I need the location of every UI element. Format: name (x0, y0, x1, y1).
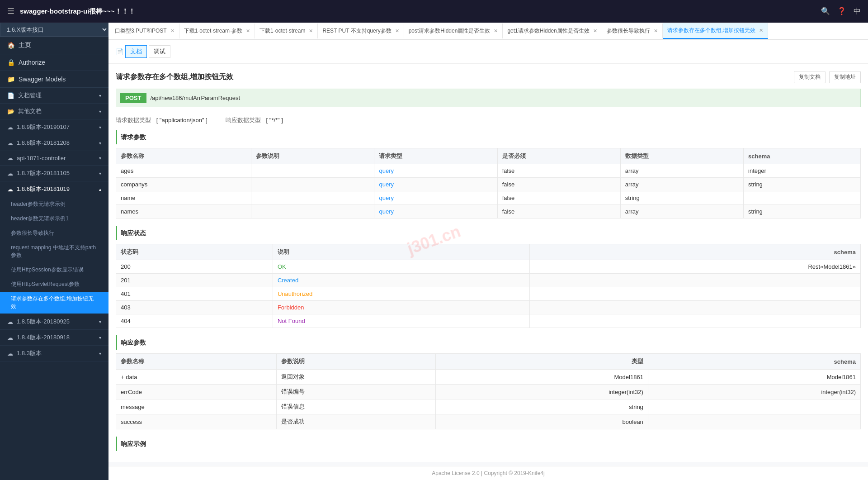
sidebar-group-doc-mgmt[interactable]: 📄 文档管理 ▾ (0, 88, 108, 104)
cloud-icon-5: ☁ (7, 186, 13, 193)
tab-octet-param-close[interactable]: ✕ (246, 28, 250, 34)
lang-icon[interactable]: 中 (854, 7, 861, 16)
tab-octet-close[interactable]: ✕ (309, 28, 313, 34)
param-req-type[interactable]: query (374, 164, 497, 178)
method-badge: POST (120, 93, 146, 103)
table-row: 404 Not Found (116, 314, 861, 328)
tab-mul-arr-close[interactable]: ✕ (759, 28, 763, 33)
sidebar-group-v188[interactable]: ☁ 1.8.8版本-20181208 ▾ (0, 135, 108, 151)
table-row: message 错误信息 string (116, 399, 861, 414)
sidebar-group-v184[interactable]: ☁ 1.8.4版本-20180918 ▾ (0, 330, 108, 346)
help-icon[interactable]: ❓ (837, 7, 846, 16)
param-req-type[interactable]: query (374, 178, 497, 191)
doc-tab-doc[interactable]: 文档 (125, 45, 147, 58)
search-icon[interactable]: 🔍 (821, 7, 830, 16)
meta-row: 请求数据类型 [ "application/json" ] 响应数据类型 [ "… (116, 113, 861, 130)
group-v183-label: 1.8.3版本 (17, 349, 42, 357)
req-params-section-title: 请求参数 (116, 130, 861, 144)
resp-param-name: + data (116, 370, 277, 385)
sidebar-item-authorize[interactable]: 🔒 Authorize (0, 54, 108, 71)
group-v189-label: 1.8.9版本-20190107 (17, 123, 70, 131)
table-row: errCode 错误编号 integer(int32) integer(int3… (116, 385, 861, 399)
sidebar-group-api1871[interactable]: ☁ api-1871-controller ▾ (0, 151, 108, 166)
tab-long-param-close[interactable]: ✕ (654, 28, 658, 34)
resp-param-type: integer(int32) (435, 385, 648, 399)
copy-doc-button[interactable]: 复制文档 (794, 71, 826, 83)
resp-type-label: 响应数据类型 (226, 117, 261, 124)
tab-post-hidden-close[interactable]: ✕ (494, 28, 498, 34)
sidebar-group-v189[interactable]: ☁ 1.8.9版本-20190107 ▾ (0, 119, 108, 135)
footer-text: Apache License 2.0 | Copyright © 2019-Kn… (432, 470, 544, 476)
sidebar-sub-path-param[interactable]: request mapping 中地址不支持path参数 (0, 241, 108, 263)
chevron-down-icon: ▾ (99, 93, 101, 98)
tab-rest-put[interactable]: REST PUT 不支持query参数 ✕ (318, 24, 404, 38)
param-desc (251, 164, 374, 178)
tab-get1-hidden-close[interactable]: ✕ (593, 28, 597, 34)
home-icon: 🏠 (7, 42, 15, 49)
chevron-up-icon: ▴ (99, 187, 101, 192)
sidebar-group-v183[interactable]: ☁ 1.8.3版本 ▾ (0, 346, 108, 361)
th-status-desc: 说明 (273, 244, 530, 260)
doc-mgmt-icon: 📄 (7, 92, 14, 99)
sidebar-group-v185[interactable]: ☁ 1.8.5版本-20180925 ▾ (0, 314, 108, 330)
status-code: 200 (116, 260, 273, 274)
tab-put-post[interactable]: 口类型3.PUT和POST ✕ (110, 24, 179, 38)
copy-addr-button[interactable]: 复制地址 (829, 71, 861, 83)
resp-param-desc: 错误编号 (277, 385, 436, 399)
resp-param-type: string (435, 399, 648, 414)
table-row: 201 Created (116, 274, 861, 287)
resp-status-section-title: 响应状态 (116, 226, 861, 240)
param-req-type[interactable]: query (374, 205, 497, 219)
doc-mgmt-label: 文档管理 (18, 91, 42, 100)
param-schema: string (744, 178, 861, 191)
sidebar-group-v186[interactable]: ☁ 1.8.6版本-20181019 ▴ (0, 181, 108, 197)
resp-example-section-title: 响应示例 (116, 437, 861, 451)
sidebar-group-v187[interactable]: ☁ 1.8.7版本-20181105 ▾ (0, 166, 108, 181)
group-api1871-label: api-1871-controller (17, 155, 66, 162)
method-url: /api/new186/mulArrParamRequest (150, 95, 240, 101)
sidebar-sub-header-param[interactable]: header参数无请求示例 (0, 197, 108, 212)
resp-param-type: boolean (435, 414, 648, 429)
doc-tab-debug[interactable]: 调试 (149, 45, 170, 58)
sidebar-sub-header-param1[interactable]: header参数无请求示例1 (0, 212, 108, 226)
table-row: success 是否成功 boolean (116, 414, 861, 429)
sidebar-item-home[interactable]: 🏠 主页 (0, 37, 108, 54)
topbar: ☰ swagger-bootstrap-ui很棒~~~！！！ 🔍 ❓ 中 (0, 0, 868, 23)
th-required: 是否必须 (497, 148, 620, 164)
tab-get1-hidden[interactable]: get1请求参数Hidden属性是否生效 ✕ (503, 24, 602, 38)
sidebar-group-other-docs[interactable]: 📂 其他文档 ▾ (0, 104, 108, 119)
param-required: false (497, 205, 620, 219)
cloud-icon-2: ☁ (7, 140, 13, 147)
tab-long-param[interactable]: 参数很长导致执行 ✕ (602, 24, 663, 38)
cloud-icon-4: ☁ (7, 170, 13, 177)
group-v184-label: 1.8.4版本-20180918 (17, 333, 70, 342)
param-schema: string (744, 205, 861, 219)
sidebar-item-swagger-models[interactable]: 📁 Swagger Models (0, 71, 108, 88)
table-row: 403 Forbidden (116, 301, 861, 314)
sidebar-sub-httpsession[interactable]: 使用HttpSession参数显示错误 (0, 263, 108, 277)
tab-rest-put-close[interactable]: ✕ (395, 28, 399, 34)
status-schema (530, 274, 861, 287)
menu-icon[interactable]: ☰ (7, 6, 14, 16)
param-req-type[interactable]: query (374, 191, 497, 205)
sidebar-sub-long-param[interactable]: 参数很长导致执行 (0, 226, 108, 241)
th-req-type: 请求类型 (374, 148, 497, 164)
sidebar-sub-mul-arr[interactable]: 请求参数存在多个数组,增加按钮无效 (0, 292, 108, 314)
param-desc (251, 178, 374, 191)
other-docs-label: 其他文档 (18, 107, 42, 115)
version-select[interactable]: 1.6.X版本接口 (0, 23, 108, 37)
home-label: 主页 (19, 41, 31, 49)
table-row: companys query false array string (116, 178, 861, 191)
tab-long-param-label: 参数很长导致执行 (607, 27, 650, 35)
chevron-right-icon-4: ▾ (99, 171, 101, 176)
resp-param-schema: integer(int32) (648, 385, 860, 399)
tab-octet-param[interactable]: 下载1-octet-stream-参数 ✕ (179, 24, 255, 38)
tab-mul-arr[interactable]: 请求参数存在多个数组,增加按钮无效 ✕ (663, 23, 768, 39)
tab-put-post-close[interactable]: ✕ (170, 28, 175, 34)
status-code: 401 (116, 287, 273, 301)
tab-octet[interactable]: 下载1-octet-stream ✕ (255, 24, 318, 38)
sidebar-sub-httpservlet[interactable]: 使用HttpServletRequest参数 (0, 277, 108, 292)
th-status-schema: schema (530, 244, 861, 260)
tab-post-hidden[interactable]: post请求参数Hidden属性是否生效 ✕ (404, 24, 503, 38)
status-schema (530, 287, 861, 301)
